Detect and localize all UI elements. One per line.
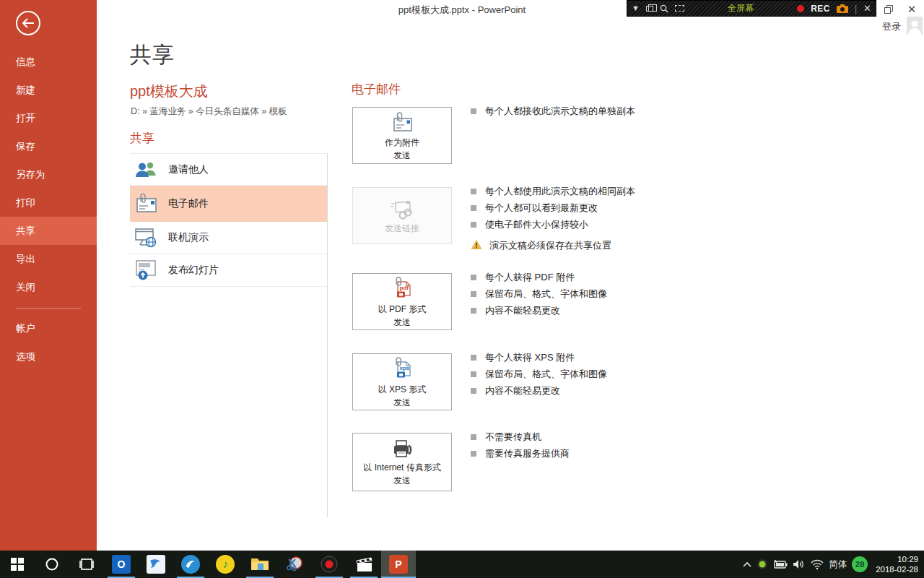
taskbar-app-browser[interactable] — [173, 551, 208, 578]
send-as-attachment-button[interactable]: 作为附件 发送 — [352, 107, 452, 164]
email-icon — [134, 193, 158, 215]
recorder-window-mode-icon[interactable] — [646, 6, 653, 12]
task-view-button[interactable] — [69, 551, 104, 578]
backstage-menu: 信息 新建 打开 保存 另存为 打印 共享 导出 关闭 帐户 选项 — [0, 48, 97, 371]
present-online-icon — [134, 227, 158, 249]
email-panel-heading: 电子邮件 — [352, 81, 401, 98]
sidebar-item-export[interactable]: 导出 — [0, 245, 97, 273]
email-row-fax: 以 Internet 传真形式 发送 不需要传真机 需要传真服务提供商 — [352, 433, 858, 491]
bullet-icon — [471, 371, 476, 377]
rec-label: REC — [811, 4, 830, 14]
taskbar-app-movie-maker[interactable] — [346, 551, 381, 578]
recorder-camera-icon[interactable] — [837, 4, 848, 13]
sidebar-item-options[interactable]: 选项 — [0, 342, 97, 371]
send-link-button: 发送链接 — [352, 187, 452, 244]
share-option-invite-people[interactable]: 邀请他人 — [130, 153, 327, 186]
tray-wifi-icon[interactable] — [811, 559, 824, 569]
bullet-icon — [471, 291, 476, 297]
publish-slides-icon — [134, 259, 158, 281]
sidebar-item-open[interactable]: 打开 — [0, 104, 97, 132]
window-restore-button[interactable] — [878, 0, 899, 19]
windows-logo-icon — [11, 558, 24, 571]
pdf-bullets: 每个人获得 PDF 附件 保留布局、格式、字体和图像 内容不能轻易更改 — [471, 271, 607, 321]
bullet-icon — [471, 222, 476, 228]
sidebar-item-close[interactable]: 关闭 — [0, 273, 97, 301]
powerpoint-icon: P — [389, 555, 408, 574]
share-option-email[interactable]: 电子邮件 — [130, 186, 327, 222]
bullet-icon — [471, 275, 476, 280]
document-path: D: » 蓝海业务 » 今日头条自媒体 » 模板 — [131, 105, 287, 118]
tray-temperature-badge[interactable]: 28 — [852, 556, 868, 572]
screenshot-tool-icon — [286, 556, 303, 572]
taskbar-app-outlook[interactable]: O — [104, 551, 139, 578]
file-explorer-icon — [250, 556, 269, 572]
back-button[interactable] — [16, 11, 40, 35]
xps-bullets: 每个人获得 XPS 附件 保留布局、格式、字体和图像 内容不能轻易更改 — [471, 351, 607, 401]
cortana-icon — [45, 557, 59, 571]
fax-icon — [388, 439, 417, 460]
tray-clock[interactable]: 10:29 2018-02-28 — [873, 554, 918, 574]
sidebar-item-new[interactable]: 新建 — [0, 76, 97, 104]
tray-volume-icon[interactable] — [793, 559, 806, 569]
document-title: ppt模板大成 — [130, 82, 208, 101]
tray-chevron-up-icon[interactable] — [743, 561, 751, 567]
sidebar-item-share[interactable]: 共享 — [0, 217, 97, 245]
svg-text:xps: xps — [400, 365, 410, 371]
taskbar-app-powerpoint[interactable]: P — [381, 551, 416, 578]
browser-icon — [181, 555, 200, 574]
send-as-internet-fax-button[interactable]: 以 Internet 传真形式 发送 — [352, 433, 452, 491]
tray-app-status-icon[interactable] — [757, 558, 768, 570]
backstage-sidebar: 信息 新建 打开 保存 另存为 打印 共享 导出 关闭 帐户 选项 — [0, 0, 97, 551]
send-as-xps-button[interactable]: xps 以 XPS 形式 发送 — [352, 353, 452, 410]
qq-music-icon: ♪ — [216, 555, 235, 574]
taskbar-app-recorder[interactable] — [312, 551, 346, 578]
xps-file-icon: xps — [388, 356, 417, 382]
share-option-present-online[interactable]: 联机演示 — [130, 222, 327, 254]
tray-date: 2018-02-28 — [876, 564, 918, 574]
window-title: ppt模板大成.pptx - PowerPoint — [303, 4, 621, 17]
taskbar-app-screenshot-tool[interactable] — [277, 551, 312, 578]
sidebar-item-save-as[interactable]: 另存为 — [0, 160, 97, 189]
bullet-icon — [471, 355, 476, 361]
user-avatar[interactable] — [907, 17, 923, 35]
attachment-bullets: 每个人都接收此演示文稿的单独副本 — [471, 105, 635, 121]
sidebar-divider — [16, 308, 81, 309]
sidebar-item-info[interactable]: 信息 — [0, 48, 97, 76]
sidebar-item-account[interactable]: 帐户 — [0, 314, 97, 342]
task-view-icon — [79, 558, 95, 571]
start-button[interactable] — [0, 551, 35, 578]
bullet-icon — [471, 108, 476, 114]
recording-indicator-icon — [797, 5, 804, 12]
recorder-close-icon[interactable]: ✕ — [863, 4, 871, 13]
tray-ime-indicator[interactable]: 简体 — [829, 558, 847, 571]
sidebar-item-print[interactable]: 打印 — [0, 189, 97, 217]
share-options-list: 邀请他人 电子邮件 联机演示 发布幻灯片 — [130, 153, 327, 287]
taskbar-app-thunder[interactable] — [139, 551, 173, 578]
bullet-icon — [471, 451, 476, 457]
shared-location-warning: 演示文稿必须保存在共享位置 — [471, 239, 635, 251]
recorder-dropdown-icon[interactable]: ▼ — [632, 4, 640, 12]
screen-recorder-toolbar: ▼ 全屏幕 REC | ✕ — [627, 0, 876, 17]
sign-in-link[interactable]: 登录 — [882, 20, 901, 33]
tray-battery-icon[interactable] — [773, 559, 788, 569]
email-row-attachment: 作为附件 发送 每个人都接收此演示文稿的单独副本 — [352, 107, 858, 164]
email-row-xps: xps 以 XPS 形式 发送 每个人获得 XPS 附件 保留布局、格式、字体和… — [352, 353, 858, 410]
share-option-publish-slides[interactable]: 发布幻灯片 — [130, 254, 327, 287]
recorder-zoom-icon[interactable] — [660, 4, 668, 13]
pdf-file-icon: pdf — [388, 276, 417, 302]
powerpoint-backstage-window: ppt模板大成.pptx - PowerPoint ▼ 全屏幕 REC | ✕ … — [0, 0, 924, 578]
email-row-pdf: pdf 以 PDF 形式 发送 每个人获得 PDF 附件 保留布局、格式、字体和… — [352, 273, 858, 330]
recorder-region-select-icon[interactable] — [675, 5, 684, 12]
cortana-search-button[interactable] — [35, 551, 69, 578]
warning-icon — [471, 239, 482, 250]
link-bullets: 每个人都使用此演示文稿的相同副本 每个人都可以看到最新更改 使电子邮件大小保持较… — [471, 185, 635, 251]
recorder-fullscreen-label[interactable]: 全屏幕 — [691, 2, 790, 14]
bullet-icon — [471, 205, 476, 211]
taskbar-app-qq-music[interactable]: ♪ — [208, 551, 243, 578]
taskbar-app-file-explorer[interactable] — [243, 551, 277, 578]
thunder-icon — [147, 555, 165, 574]
send-link-icon — [388, 198, 417, 221]
send-as-pdf-button[interactable]: pdf 以 PDF 形式 发送 — [352, 273, 452, 330]
bullet-icon — [471, 388, 476, 394]
sidebar-item-save[interactable]: 保存 — [0, 132, 97, 160]
